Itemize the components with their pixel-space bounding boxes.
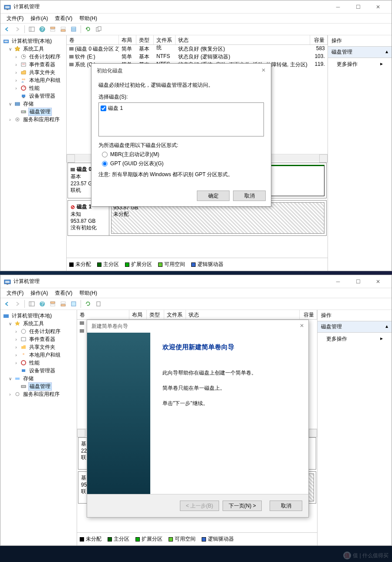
view-list-button[interactable] bbox=[69, 299, 78, 309]
forward-button[interactable] bbox=[13, 24, 22, 34]
tree-eventvwr[interactable]: ›事件查看器 bbox=[1, 61, 65, 68]
show-hide-tree-button[interactable] bbox=[27, 299, 37, 309]
minimize-button[interactable]: ─ bbox=[328, 275, 348, 288]
tree-services[interactable]: ›服务和应用程序 bbox=[1, 390, 76, 398]
tree-perf[interactable]: ›性能 bbox=[1, 84, 65, 92]
col-volume[interactable]: 卷 bbox=[67, 35, 119, 44]
chevron-right-icon: ▸ bbox=[380, 61, 383, 68]
col-status[interactable]: 状态 bbox=[176, 35, 310, 44]
navigation-tree[interactable]: 计算机管理(本地) ∨系统工具 ›任务计划程序 ›事件查看器 ›共享文件夹 ›本… bbox=[0, 35, 67, 271]
forward-button[interactable] bbox=[13, 299, 22, 309]
col-type[interactable]: 类型 bbox=[136, 35, 154, 44]
tree-diskmgmt[interactable]: 磁盘管理 bbox=[1, 382, 76, 390]
help-button[interactable]: ? bbox=[37, 24, 47, 34]
volume-row[interactable]: (磁盘 0 磁盘分区 2)简单基本状态良好 (恢复分区)583 bbox=[67, 45, 328, 53]
tree-eventvwr[interactable]: ›事件查看器 bbox=[1, 335, 76, 343]
svg-point-56 bbox=[16, 392, 19, 396]
actions-section[interactable]: 磁盘管理▴ bbox=[328, 47, 392, 58]
back-button[interactable] bbox=[2, 299, 12, 309]
view-top-button[interactable] bbox=[48, 24, 57, 34]
maximize-button[interactable]: ☐ bbox=[348, 275, 368, 288]
svg-rect-48 bbox=[3, 314, 9, 318]
maximize-button[interactable]: ☐ bbox=[348, 0, 368, 14]
navigation-tree[interactable]: 计算机管理(本地) ∨系统工具 ›任务计划程序 ›事件查看器 ›共享文件夹 ›本… bbox=[0, 310, 77, 545]
dialog-close-button[interactable]: ✕ bbox=[261, 67, 266, 75]
tree-root[interactable]: 计算机管理(本地) bbox=[1, 37, 65, 45]
properties-button[interactable] bbox=[94, 24, 103, 34]
close-button[interactable]: ✕ bbox=[368, 0, 388, 14]
view-top-button[interactable] bbox=[48, 299, 57, 309]
tree-scheduler[interactable]: ›任务计划程序 bbox=[1, 53, 65, 61]
svg-rect-50 bbox=[21, 337, 26, 341]
svg-rect-42 bbox=[51, 302, 55, 303]
wizard-text-2: 简单卷只能在单一磁盘上。 bbox=[162, 384, 296, 392]
show-hide-tree-button[interactable] bbox=[27, 24, 37, 34]
menu-help[interactable]: 帮助(H) bbox=[76, 289, 101, 298]
menu-view[interactable]: 查看(V) bbox=[51, 14, 76, 23]
col-layout[interactable]: 布局 bbox=[119, 35, 136, 44]
mbr-radio[interactable]: MBR(主启动记录)(M) bbox=[102, 151, 264, 158]
more-actions[interactable]: 更多操作▸ bbox=[318, 333, 392, 345]
disk1-checkbox[interactable] bbox=[101, 105, 106, 112]
next-button[interactable]: 下一页(N) > bbox=[223, 501, 262, 511]
svg-rect-21 bbox=[21, 63, 26, 66]
col-fs[interactable]: 文件系统 bbox=[154, 35, 176, 44]
titlebar[interactable]: 计算机管理 ─ ☐ ✕ bbox=[0, 275, 392, 288]
svg-point-49 bbox=[21, 329, 26, 334]
tree-devmgr[interactable]: 设备管理器 bbox=[1, 92, 65, 100]
svg-point-52 bbox=[21, 361, 26, 365]
volume-list-header[interactable]: 卷 布局 类型 文件系统 状态 容量 bbox=[77, 310, 317, 320]
tree-scheduler[interactable]: ›任务计划程序 bbox=[1, 327, 76, 335]
menu-action[interactable]: 操作(A) bbox=[27, 14, 51, 23]
properties-button[interactable] bbox=[94, 299, 103, 309]
initialize-disk-dialog: 初始化磁盘✕ 磁盘必须经过初始化，逻辑磁盘管理器才能访问。 选择磁盘(S): 磁… bbox=[91, 63, 271, 207]
cancel-button[interactable]: 取消 bbox=[233, 191, 266, 201]
minimize-button[interactable]: ─ bbox=[328, 0, 348, 14]
actions-section[interactable]: 磁盘管理▴ bbox=[318, 321, 392, 333]
volume-list-header[interactable]: 卷 布局 类型 文件系统 状态 容量 bbox=[67, 35, 328, 45]
tree-perf[interactable]: ›性能 bbox=[1, 359, 76, 367]
disk-select-listbox[interactable]: 磁盘 1 bbox=[98, 102, 264, 136]
menu-view[interactable]: 查看(V) bbox=[51, 289, 76, 298]
more-actions[interactable]: 更多操作▸ bbox=[328, 58, 392, 71]
refresh-button[interactable] bbox=[83, 299, 93, 309]
tree-storage[interactable]: ∨存储 bbox=[1, 375, 76, 382]
tree-localusers[interactable]: ›本地用户和组 bbox=[1, 351, 76, 359]
svg-point-32 bbox=[24, 111, 25, 112]
cancel-button[interactable]: 取消 bbox=[270, 501, 302, 511]
gpt-radio[interactable]: GPT (GUID 分区表)(G) bbox=[102, 160, 264, 167]
tree-root[interactable]: 计算机管理(本地) bbox=[1, 312, 76, 320]
help-button[interactable]: ? bbox=[37, 299, 47, 309]
refresh-button[interactable] bbox=[83, 24, 93, 34]
col-capacity[interactable]: 容量 bbox=[310, 35, 328, 44]
titlebar[interactable]: 计算机管理 ─ ☐ ✕ bbox=[0, 0, 392, 14]
menu-file[interactable]: 文件(F) bbox=[3, 289, 27, 298]
tree-systools[interactable]: ∨系统工具 bbox=[1, 45, 65, 53]
view-list-button[interactable] bbox=[69, 24, 78, 34]
wizard-close-button[interactable]: ✕ bbox=[300, 323, 304, 330]
tree-systools[interactable]: ∨系统工具 bbox=[1, 320, 76, 327]
menu-help[interactable]: 帮助(H) bbox=[76, 14, 101, 23]
menu-action[interactable]: 操作(A) bbox=[27, 289, 51, 298]
volume-row[interactable]: 软件 (E:)简单基本NTFS状态良好 (逻辑驱动器)103. bbox=[67, 53, 328, 61]
tree-services[interactable]: ›服务和应用程序 bbox=[1, 116, 65, 123]
wizard-text-3: 单击"下一步"继续。 bbox=[162, 399, 296, 408]
svg-rect-36 bbox=[5, 281, 10, 283]
tree-storage[interactable]: ∨存储 bbox=[1, 100, 65, 108]
tree-diskmgmt[interactable]: 磁盘管理 bbox=[1, 108, 65, 116]
tree-localusers[interactable]: ›本地用户和组 bbox=[1, 76, 65, 84]
tree-shared[interactable]: ›共享文件夹 bbox=[1, 343, 76, 351]
view-bottom-button[interactable] bbox=[58, 299, 68, 309]
ok-button[interactable]: 确定 bbox=[197, 191, 230, 201]
view-bottom-button[interactable] bbox=[58, 24, 68, 34]
tree-shared[interactable]: ›共享文件夹 bbox=[1, 68, 65, 76]
svg-rect-10 bbox=[61, 30, 65, 31]
close-button[interactable]: ✕ bbox=[368, 275, 388, 288]
tree-devmgr[interactable]: 设备管理器 bbox=[1, 367, 76, 375]
disk1-unallocated[interactable]: 953.87 GB未分配 bbox=[111, 202, 324, 234]
svg-rect-43 bbox=[51, 304, 55, 306]
back-button[interactable] bbox=[2, 24, 12, 34]
menubar: 文件(F) 操作(A) 查看(V) 帮助(H) bbox=[0, 14, 392, 23]
menu-file[interactable]: 文件(F) bbox=[3, 14, 27, 23]
disk-legend: 未分配 主分区 扩展分区 可用空间 逻辑驱动器 bbox=[77, 532, 317, 545]
